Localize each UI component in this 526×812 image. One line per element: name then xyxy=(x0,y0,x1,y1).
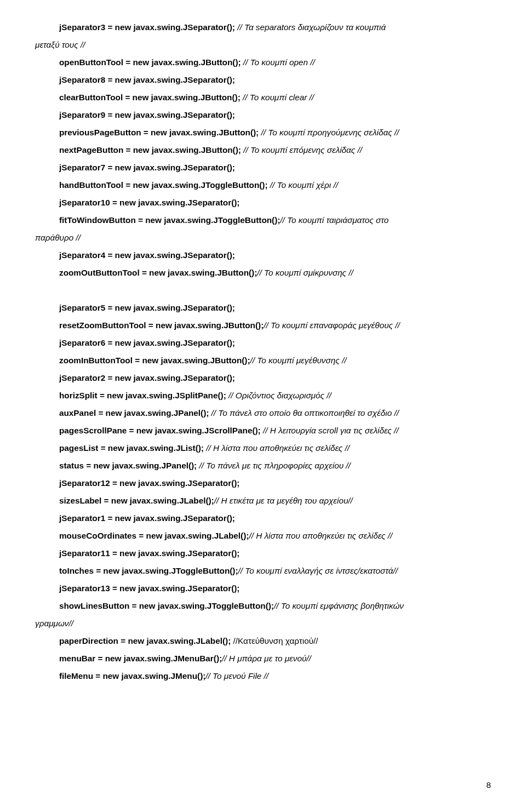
code-comment: // Το κουμπί μεγέθυνσης // xyxy=(250,356,347,365)
code-text: showLinesButton = new javax.swing.JToggl… xyxy=(59,601,274,610)
code-comment: // Το κουμπί εναλλαγής σε ίντσες/εκατοστ… xyxy=(238,566,398,575)
code-comment: // Η μπάρα με το μενού// xyxy=(222,654,311,663)
code-lines: jSeparator3 = new javax.swing.JSeparator… xyxy=(35,19,491,685)
code-text: jSeparator2 = new javax.swing.JSeparator… xyxy=(59,373,235,382)
code-text: openButtonTool = new javax.swing.JButton… xyxy=(59,58,243,67)
code-line: resetZoomButtonTool = new javax.swing.JB… xyxy=(35,317,491,334)
code-text: //Κατεύθυνση χαρτιού// xyxy=(233,636,318,645)
code-text: jSeparator12 = new javax.swing.JSeparato… xyxy=(59,478,239,488)
code-line: zoomOutButtonTool = new javax.swing.JBut… xyxy=(35,264,491,282)
code-text: zoomInButtonTool = new javax.swing.JButt… xyxy=(59,356,250,365)
code-text: fileMenu = new javax.swing.JMenu(); xyxy=(59,671,205,681)
code-comment: // Το κουμπί προηγούμενης σελίδας // xyxy=(261,128,399,137)
code-comment: // Το κουμπί εμφάνισης βοηθητικών xyxy=(274,601,404,610)
code-line: jSeparator2 = new javax.swing.JSeparator… xyxy=(35,369,491,387)
code-line: fitToWindowButton = new javax.swing.JTog… xyxy=(35,211,491,229)
code-line: παράθυρο // xyxy=(35,229,491,247)
code-text: resetZoomButtonTool = new javax.swing.JB… xyxy=(59,321,264,330)
code-comment: // Το κουμπί open // xyxy=(243,58,315,67)
code-text: nextPageButton = new javax.swing.JButton… xyxy=(59,145,243,155)
code-line: nextPageButton = new javax.swing.JButton… xyxy=(35,141,491,159)
code-text: jSeparator3 = new javax.swing.JSeparator… xyxy=(59,22,237,32)
code-comment: // Το κουμπί clear // xyxy=(243,93,314,102)
code-line: handButtonTool = new javax.swing.JToggle… xyxy=(35,176,491,194)
code-text: jSeparator8 = new javax.swing.JSeparator… xyxy=(59,75,235,84)
code-comment: // Το κουμπί σμίκρυνσης // xyxy=(257,268,353,277)
code-line: pagesScrollPane = new javax.swing.JScrol… xyxy=(35,422,491,439)
code-line: jSeparator10 = new javax.swing.JSeparato… xyxy=(35,194,491,211)
code-text: menuBar = new javax.swing.JMenuBar(); xyxy=(59,654,222,663)
code-text: jSeparator13 = new javax.swing.JSeparato… xyxy=(59,584,239,593)
code-line: paperDirection = new javax.swing.JLabel(… xyxy=(35,632,491,650)
code-line: previousPageButton = new javax.swing.JBu… xyxy=(35,124,491,141)
code-line: openButtonTool = new javax.swing.JButton… xyxy=(35,54,491,71)
code-text: jSeparator5 = new javax.swing.JSeparator… xyxy=(59,303,235,312)
code-comment: // Το κουμπί χέρι // xyxy=(270,180,338,190)
code-line: showLinesButton = new javax.swing.JToggl… xyxy=(35,597,491,615)
code-line: jSeparator7 = new javax.swing.JSeparator… xyxy=(35,159,491,176)
code-text: fitToWindowButton = new javax.swing.JTog… xyxy=(59,215,280,225)
code-line: jSeparator9 = new javax.swing.JSeparator… xyxy=(35,106,491,124)
code-comment: // Το πάνελ στο οποίο θα οπτικοποιηθεί τ… xyxy=(211,408,399,418)
code-line: mouseCoOrdinates = new javax.swing.JLabe… xyxy=(35,527,491,545)
code-comment: // Τα separators διαχωρίζουν τα κουμπιά xyxy=(237,22,386,32)
code-comment: // Το πάνελ με τις πληροφορίες αρχείου /… xyxy=(199,461,350,470)
code-line: clearButtonTool = new javax.swing.JButto… xyxy=(35,89,491,106)
code-text: jSeparator6 = new javax.swing.JSeparator… xyxy=(59,338,235,347)
code-line: jSeparator1 = new javax.swing.JSeparator… xyxy=(35,510,491,527)
code-line: zoomInButtonTool = new javax.swing.JButt… xyxy=(35,352,491,369)
code-comment: μεταξύ τους // xyxy=(35,40,85,49)
document-page: jSeparator3 = new javax.swing.JSeparator… xyxy=(0,0,526,812)
code-comment: παράθυρο // xyxy=(35,233,81,242)
code-comment: γραμμων// xyxy=(35,619,73,628)
code-comment: // Η ετικέτα με τα μεγέθη του αρχείου// xyxy=(214,496,353,505)
code-comment: // Οριζόντιος διαχωρισμός // xyxy=(228,391,331,400)
code-line: jSeparator4 = new javax.swing.JSeparator… xyxy=(35,247,491,264)
code-line: sizesLabel = new javax.swing.JLabel();//… xyxy=(35,492,491,510)
code-line: jSeparator12 = new javax.swing.JSeparato… xyxy=(35,474,491,492)
code-text: previousPageButton = new javax.swing.JBu… xyxy=(59,128,261,137)
code-line: jSeparator13 = new javax.swing.JSeparato… xyxy=(35,580,491,597)
code-text: mouseCoOrdinates = new javax.swing.JLabe… xyxy=(59,531,249,540)
code-text: jSeparator4 = new javax.swing.JSeparator… xyxy=(59,250,235,260)
code-text: pagesScrollPane = new javax.swing.JScrol… xyxy=(59,426,263,435)
code-comment: // Το κουμπί επόμενης σελίδας // xyxy=(243,145,362,155)
code-line: jSeparator3 = new javax.swing.JSeparator… xyxy=(35,19,491,36)
code-text: sizesLabel = new javax.swing.JLabel(); xyxy=(59,496,214,505)
code-text: jSeparator11 = new javax.swing.JSeparato… xyxy=(59,548,239,558)
code-comment: // Το κουμπί ταιριάσματος στο xyxy=(280,215,388,225)
page-number: 8 xyxy=(486,780,491,790)
code-text: jSeparator10 = new javax.swing.JSeparato… xyxy=(59,198,239,207)
code-text: horizSplit = new javax.swing.JSplitPane(… xyxy=(59,391,228,400)
code-line: jSeparator6 = new javax.swing.JSeparator… xyxy=(35,334,491,352)
code-comment: // Η λίστα που αποθηκεύει τις σελίδες // xyxy=(249,531,392,540)
code-text: clearButtonTool = new javax.swing.JButto… xyxy=(59,93,243,102)
code-text: jSeparator9 = new javax.swing.JSeparator… xyxy=(59,110,235,119)
code-text: pagesList = new javax.swing.JList(); xyxy=(59,443,206,453)
code-line: jSeparator8 = new javax.swing.JSeparator… xyxy=(35,71,491,89)
code-text: jSeparator7 = new javax.swing.JSeparator… xyxy=(59,163,235,172)
code-line: auxPanel = new javax.swing.JPanel(); // … xyxy=(35,404,491,422)
code-text: toInches = new javax.swing.JToggleButton… xyxy=(59,566,238,575)
code-line: toInches = new javax.swing.JToggleButton… xyxy=(35,562,491,580)
code-line: jSeparator5 = new javax.swing.JSeparator… xyxy=(35,299,491,317)
code-line: jSeparator11 = new javax.swing.JSeparato… xyxy=(35,545,491,562)
code-text: auxPanel = new javax.swing.JPanel(); xyxy=(59,408,211,418)
code-comment: // Το μενού File // xyxy=(205,671,268,681)
code-line: menuBar = new javax.swing.JMenuBar();// … xyxy=(35,650,491,667)
code-text: handButtonTool = new javax.swing.JToggle… xyxy=(59,180,270,190)
code-text: zoomOutButtonTool = new javax.swing.JBut… xyxy=(59,268,257,277)
code-line xyxy=(35,282,491,299)
code-comment: // Η λίστα που αποθηκεύει τις σελίδες // xyxy=(206,443,350,453)
code-line: μεταξύ τους // xyxy=(35,36,491,54)
code-text: jSeparator1 = new javax.swing.JSeparator… xyxy=(59,513,235,523)
code-line: fileMenu = new javax.swing.JMenu();// Το… xyxy=(35,667,491,685)
code-comment: // Η λειτουργία scroll για τις σελίδες /… xyxy=(263,426,399,435)
code-line: γραμμων// xyxy=(35,615,491,632)
code-text: status = new javax.swing.JPanel(); xyxy=(59,461,199,470)
code-line: status = new javax.swing.JPanel(); // Το… xyxy=(35,457,491,474)
code-text: paperDirection = new javax.swing.JLabel(… xyxy=(59,636,233,645)
code-comment: // Το κουμπί επαναφοράς μεγέθους // xyxy=(264,321,400,330)
code-line: pagesList = new javax.swing.JList(); // … xyxy=(35,439,491,457)
code-line: horizSplit = new javax.swing.JSplitPane(… xyxy=(35,387,491,404)
